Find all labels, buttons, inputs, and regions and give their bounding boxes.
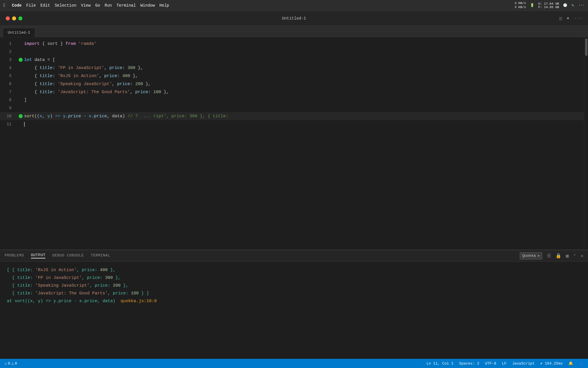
panel-tab-actions: Quokka ▾ ☰ 🔒 ▦ ⌃ ✕ xyxy=(520,252,583,260)
network-stats: 3 KB/s 3 KB/s xyxy=(514,1,526,9)
tab-output[interactable]: OUTPUT xyxy=(31,253,46,258)
cursor-position[interactable]: Ln 11, Col 1 xyxy=(426,361,453,366)
code-line-6: 6 { title: 'Speaking JavaScript', price:… xyxy=(0,80,584,88)
error-count: 0 xyxy=(8,361,10,366)
notifications-icon[interactable]: 🔔 xyxy=(568,361,573,366)
apple-menu-icon[interactable]:  xyxy=(3,3,6,8)
line-number-1: 1 xyxy=(0,41,17,46)
menu-file[interactable]: File xyxy=(26,3,36,8)
line-content-11 xyxy=(24,122,584,127)
line-number-7: 7 xyxy=(0,90,17,94)
panel: PROBLEMS OUTPUT DEBUG CONSOLE TERMINAL Q… xyxy=(0,250,588,359)
code-line-10: 10 sort((x, y) => y.price - x.price, dat… xyxy=(0,112,584,120)
statusbar: ⚠ 0 △ 0 Ln 11, Col 1 Spaces: 2 UTF-8 LF … xyxy=(0,359,588,368)
error-icon: ⚠ xyxy=(5,361,7,366)
language-mode[interactable]: JavaScript xyxy=(512,361,535,366)
more-actions-icon[interactable]: ··· xyxy=(574,16,582,21)
line-content-8: ] xyxy=(24,98,584,103)
menu-view[interactable]: View xyxy=(81,3,91,8)
code-line-7: 7 { title: 'JavaScript: The Good Parts',… xyxy=(0,88,584,96)
menu-help[interactable]: Help xyxy=(159,3,169,8)
tab-problems[interactable]: PROBLEMS xyxy=(5,253,24,258)
line-number-5: 5 xyxy=(0,74,17,78)
traffic-lights xyxy=(6,16,22,20)
panel-tabs: PROBLEMS OUTPUT DEBUG CONSOLE TERMINAL Q… xyxy=(0,250,588,262)
output-line-2: { title: 'FP in JavaScript', price: 300 … xyxy=(7,274,581,282)
line-content-1: import { sort } from 'ramda' xyxy=(24,41,584,46)
titlebar: Untitled-1 ◫ ● ··· xyxy=(0,11,588,26)
line-number-6: 6 xyxy=(0,82,17,86)
code-line-1: 1 import { sort } from 'ramda' xyxy=(0,40,584,48)
output-line-4: { title: 'JavaScript: The Good Parts', p… xyxy=(7,290,581,297)
line-content-4: { title: 'FP in JavaScript', price: 300 … xyxy=(24,66,584,70)
code-lines: 1 import { sort } from 'ramda' 2 3 xyxy=(0,37,584,131)
gutter-10 xyxy=(17,114,24,118)
editor-container: Untitled-1 ◫ ● ··· Untitled-1 1 import {… xyxy=(0,11,588,368)
code-pane[interactable]: 1 import { sort } from 'ramda' 2 3 xyxy=(0,37,584,250)
close-button[interactable] xyxy=(6,16,10,20)
storage-info: U: 17.04 GB F: 14.95 GB xyxy=(538,2,559,9)
line-content-2 xyxy=(24,49,584,54)
close-panel-icon[interactable]: ✕ xyxy=(581,253,583,259)
line-number-8: 8 xyxy=(0,98,17,102)
warning-icon: △ xyxy=(11,361,14,366)
maximize-button[interactable] xyxy=(18,16,22,20)
wifi-icon: ∿ xyxy=(571,3,574,7)
line-number-2: 2 xyxy=(0,49,17,54)
split-editor-icon[interactable]: ◫ xyxy=(559,16,562,21)
code-line-3: 3 let data = [ xyxy=(0,56,584,64)
output-line-1: [ { title: 'RxJS in Action', price: 400 … xyxy=(7,266,581,274)
chevron-down-icon: ▾ xyxy=(537,254,540,258)
line-content-3: let data = [ xyxy=(24,57,584,62)
tab-untitled[interactable]: Untitled-1 xyxy=(3,28,35,37)
code-line-2: 2 xyxy=(0,48,584,56)
line-number-3: 3 xyxy=(0,57,17,62)
code-line-11: 11 xyxy=(0,120,584,128)
code-line-9: 9 xyxy=(0,104,584,112)
tab-debug-console[interactable]: DEBUG CONSOLE xyxy=(52,253,84,258)
line-number-9: 9 xyxy=(0,106,17,110)
app-name[interactable]: Code xyxy=(12,3,22,8)
encoding[interactable]: UTF-8 xyxy=(485,361,496,366)
line-content-6: { title: 'Speaking JavaScript', price: 2… xyxy=(24,82,584,87)
clock-icon: 🕐 xyxy=(563,3,567,7)
line-number-11: 11 xyxy=(0,122,17,126)
lock-icon[interactable]: 🔒 xyxy=(556,253,561,259)
output-source-label: Quokka xyxy=(522,254,536,258)
line-content-9 xyxy=(24,106,584,111)
output-source-dropdown[interactable]: Quokka ▾ xyxy=(520,252,542,260)
editor-main: 1 import { sort } from 'ramda' 2 3 xyxy=(0,37,588,250)
menu-run[interactable]: Run xyxy=(105,3,112,8)
warning-count: 0 xyxy=(15,361,17,366)
line-number-4: 4 xyxy=(0,66,17,70)
person-icon[interactable]: 👤 xyxy=(579,361,583,366)
tab-bar: Untitled-1 xyxy=(0,26,588,37)
copy-icon[interactable]: ▦ xyxy=(566,253,569,259)
code-line-8: 8 ] xyxy=(0,96,584,104)
gutter-3 xyxy=(17,58,24,62)
indentation[interactable]: Spaces: 2 xyxy=(459,361,479,366)
menu-go[interactable]: Go xyxy=(95,3,100,8)
tab-terminal[interactable]: TERMINAL xyxy=(91,253,110,258)
code-line-5: 5 { title: 'RxJS in Action', price: 400 … xyxy=(0,72,584,80)
output-line-3: { title: 'Speaking JavaScript', price: 2… xyxy=(7,282,581,290)
minimize-button[interactable] xyxy=(12,16,16,20)
list-icon[interactable]: ☰ xyxy=(547,253,551,259)
scrollbar-handle[interactable] xyxy=(585,39,587,56)
menu-edit[interactable]: Edit xyxy=(40,3,50,8)
circle-icon: ● xyxy=(567,16,570,21)
line-endings[interactable]: LF xyxy=(502,361,506,366)
editor-scrollbar[interactable] xyxy=(584,37,588,250)
window-title: Untitled-1 xyxy=(282,16,306,21)
collapse-up-icon[interactable]: ⌃ xyxy=(573,253,576,259)
code-line-4: 4 { title: 'FP in JavaScript', price: 30… xyxy=(0,64,584,72)
menu-selection[interactable]: Selection xyxy=(55,3,76,8)
menu-extra-icon: ··· xyxy=(578,3,585,7)
error-indicator[interactable]: ⚠ 0 △ 0 xyxy=(5,361,17,366)
menu-terminal[interactable]: Terminal xyxy=(117,3,136,8)
breakpoint-3 xyxy=(19,58,23,62)
menu-window[interactable]: Window xyxy=(140,3,155,8)
breakpoint-10 xyxy=(19,114,23,118)
titlebar-actions: ◫ ● ··· xyxy=(559,16,582,21)
line-content-7: { title: 'JavaScript: The Good Parts', p… xyxy=(24,90,584,95)
